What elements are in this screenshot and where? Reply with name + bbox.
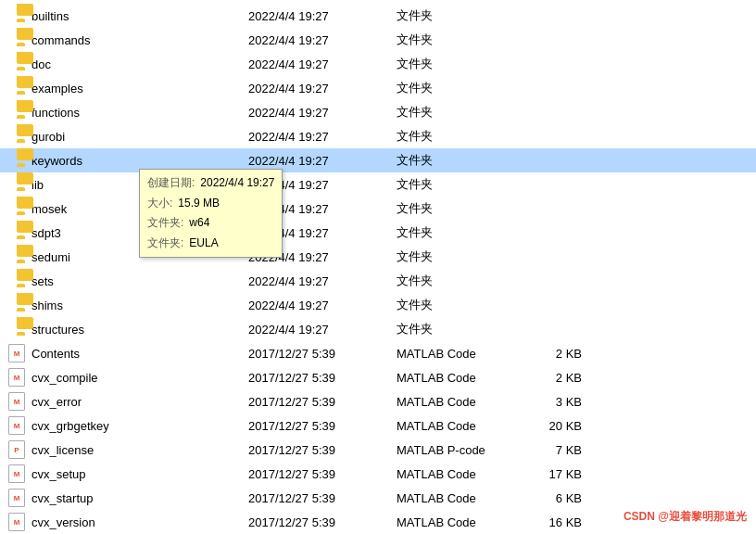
file-name: gurobi [32,130,65,144]
file-size: 20 KB [508,419,582,433]
file-name: cvx_setup [32,467,86,481]
file-list: builtins2022/4/4 19:27文件夹commands2022/4/… [0,0,756,534]
tooltip-label: 创建日期: [147,173,195,194]
file-row[interactable]: lib2022/4/4 19:27文件夹 [0,172,756,197]
matlab-icon [8,368,25,387]
file-date: 2022/4/4 19:27 [248,274,397,288]
file-name: doc [32,57,51,71]
file-type: MATLAB P-code [397,443,508,457]
file-row[interactable]: mosek2022/4/4 19:27文件夹 [0,197,756,221]
file-type: MATLAB Code [397,347,508,361]
file-row[interactable]: doc2022/4/4 19:27文件夹 [0,52,756,76]
matlab-icon [8,344,25,362]
file-type: 文件夹 [397,224,508,241]
file-name: commands [32,33,91,47]
file-row[interactable]: commands2022/4/4 19:27文件夹 [0,28,756,52]
file-name: Contents [32,347,80,361]
file-date: 2022/4/4 19:27 [248,130,397,144]
file-row[interactable]: keywords2022/4/4 19:27文件夹创建日期:2022/4/4 1… [0,148,756,172]
file-name: sdpt3 [32,226,61,240]
file-tooltip: 创建日期:2022/4/4 19:27大小:15.9 MB文件夹:w64文件夹:… [139,169,283,258]
tooltip-value: w64 [189,213,209,234]
file-type: 文件夹 [397,56,508,72]
file-row[interactable]: sedumi2022/4/4 19:27文件夹 [0,245,756,269]
file-name: structures [32,323,84,337]
file-type: 文件夹 [397,321,508,337]
file-date: 2022/4/4 19:27 [248,33,397,47]
file-row[interactable]: cvx_error2017/12/27 5:39MATLAB Code3 KB [0,389,756,413]
file-size: 2 KB [508,347,582,361]
file-type: 文件夹 [397,176,508,193]
file-date: 2022/4/4 19:27 [248,299,397,312]
file-size: 7 KB [508,443,582,457]
file-row[interactable]: cvx_setup2017/12/27 5:39MATLAB Code17 KB [0,462,756,486]
matlab-icon [8,513,25,531]
matlab-icon [8,416,25,435]
file-type: MATLAB Code [397,395,508,409]
file-date: 2022/4/4 19:27 [248,57,397,71]
file-type: 文件夹 [397,248,508,265]
file-row[interactable]: cvx_grbgetkey2017/12/27 5:39MATLAB Code2… [0,413,756,438]
file-type: 文件夹 [397,80,508,96]
file-name: keywords [32,154,82,168]
file-type: 文件夹 [397,104,508,121]
file-date: 2017/12/27 5:39 [248,491,397,505]
file-name: functions [32,106,80,120]
file-date: 2017/12/27 5:39 [248,371,397,385]
file-name: cvx_error [32,395,82,409]
file-date: 2022/4/4 19:27 [248,82,397,95]
file-type: MATLAB Code [397,419,508,433]
file-type: 文件夹 [397,128,508,145]
file-date: 2022/4/4 19:27 [248,106,397,120]
watermark: CSDN @迎着黎明那道光 [624,509,747,525]
pcode-icon [8,440,25,459]
file-name: shims [32,299,63,312]
file-row[interactable]: cvx_startup2017/12/27 5:39MATLAB Code6 K… [0,486,756,510]
file-date: 2017/12/27 5:39 [248,419,397,433]
file-date: 2017/12/27 5:39 [248,515,397,529]
file-name: examples [32,82,83,95]
file-type: 文件夹 [397,200,508,217]
tooltip-value: EULA [189,234,218,254]
file-row[interactable]: sdpt32022/4/4 19:27文件夹 [0,221,756,245]
file-name: sets [32,274,54,288]
file-name: cvx_version [32,515,95,529]
file-type: MATLAB Code [397,491,508,505]
file-date: 2017/12/27 5:39 [248,395,397,409]
file-row[interactable]: shims2022/4/4 19:27文件夹 [0,293,756,317]
file-row[interactable]: gurobi2022/4/4 19:27文件夹 [0,124,756,148]
file-date: 2022/4/4 19:27 [248,154,397,168]
matlab-icon [8,392,25,411]
file-name: sedumi [32,250,70,264]
file-row[interactable]: structures2022/4/4 19:27文件夹 [0,317,756,341]
file-type: MATLAB Code [397,467,508,481]
file-size: 17 KB [508,467,582,481]
file-type: 文件夹 [397,273,508,289]
file-row[interactable]: cvx_license2017/12/27 5:39MATLAB P-code7… [0,438,756,462]
file-date: 2017/12/27 5:39 [248,347,397,361]
file-size: 2 KB [508,371,582,385]
file-row[interactable]: Contents2017/12/27 5:39MATLAB Code2 KB [0,341,756,365]
file-date: 2017/12/27 5:39 [248,443,397,457]
file-row[interactable]: builtins2022/4/4 19:27文件夹 [0,4,756,28]
file-row[interactable]: sets2022/4/4 19:27文件夹 [0,269,756,293]
file-date: 2022/4/4 19:27 [248,9,397,23]
file-row[interactable]: functions2022/4/4 19:27文件夹 [0,100,756,124]
file-type: 文件夹 [397,152,508,169]
matlab-icon [8,489,25,507]
file-type: MATLAB Code [397,371,508,385]
tooltip-label: 文件夹: [147,213,183,234]
file-name: cvx_grbgetkey [32,419,109,433]
file-type: 文件夹 [397,7,508,24]
file-date: 2022/4/4 19:27 [248,323,397,337]
file-size: 16 KB [508,515,582,529]
file-type: 文件夹 [397,297,508,313]
tooltip-value: 15.9 MB [178,194,220,214]
matlab-icon [8,464,25,483]
file-row[interactable]: examples2022/4/4 19:27文件夹 [0,76,756,100]
file-size: 3 KB [508,395,582,409]
tooltip-label: 文件夹: [147,234,183,254]
file-row[interactable]: cvx_compile2017/12/27 5:39MATLAB Code2 K… [0,365,756,389]
file-type: 文件夹 [397,32,508,48]
file-name: mosek [32,202,67,216]
